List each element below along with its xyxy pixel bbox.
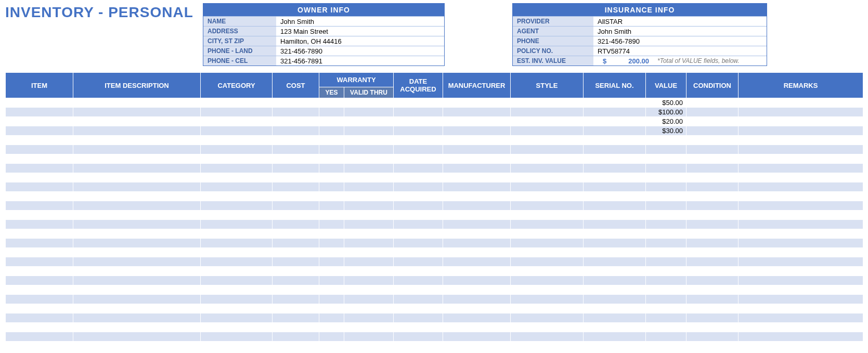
cell-serial[interactable]	[584, 192, 646, 201]
cell-cond[interactable]	[686, 229, 739, 239]
cell-remarks[interactable]	[739, 257, 863, 267]
table-row[interactable]	[6, 154, 863, 164]
cell-cost[interactable]	[273, 229, 319, 239]
table-row[interactable]: $20.00	[6, 117, 863, 126]
cell-category[interactable]	[201, 267, 273, 276]
table-row[interactable]	[6, 276, 863, 285]
cell-serial[interactable]	[584, 117, 646, 126]
cell-desc[interactable]	[73, 295, 201, 304]
cell-cost[interactable]	[273, 145, 319, 154]
cell-style[interactable]	[511, 229, 584, 239]
cell-style[interactable]	[511, 201, 584, 211]
cell-style[interactable]	[511, 257, 584, 267]
cell-category[interactable]	[201, 285, 273, 295]
cell-wthru[interactable]	[344, 211, 394, 220]
cell-style[interactable]	[511, 164, 584, 173]
cell-cond[interactable]	[686, 98, 739, 108]
cell-cost[interactable]	[273, 239, 319, 248]
cell-cond[interactable]	[686, 276, 739, 285]
cell-mfr[interactable]	[443, 211, 511, 220]
cell-value[interactable]	[646, 313, 686, 323]
cell-category[interactable]	[201, 173, 273, 182]
cell-date[interactable]	[394, 108, 443, 117]
table-row[interactable]	[6, 173, 863, 182]
cell-desc[interactable]	[73, 239, 201, 248]
cell-value[interactable]	[646, 154, 686, 164]
cell-wyes[interactable]	[319, 126, 344, 136]
cell-mfr[interactable]	[443, 248, 511, 257]
cell-mfr[interactable]	[443, 257, 511, 267]
cell-desc[interactable]	[73, 117, 201, 126]
cell-wyes[interactable]	[319, 267, 344, 276]
cell-style[interactable]	[511, 304, 584, 313]
table-row[interactable]	[6, 248, 863, 257]
cell-serial[interactable]	[584, 267, 646, 276]
cell-value[interactable]	[646, 276, 686, 285]
cell-category[interactable]	[201, 192, 273, 201]
cell-value[interactable]: $100.00	[646, 108, 686, 117]
cell-item[interactable]	[6, 304, 73, 313]
cell-value[interactable]	[646, 164, 686, 173]
cell-value[interactable]: $20.00	[646, 117, 686, 126]
cell-wyes[interactable]	[319, 108, 344, 117]
cell-date[interactable]	[394, 267, 443, 276]
cell-wyes[interactable]	[319, 248, 344, 257]
cell-category[interactable]	[201, 304, 273, 313]
cell-wthru[interactable]	[344, 154, 394, 164]
table-row[interactable]	[6, 182, 863, 192]
cell-category[interactable]	[201, 239, 273, 248]
cell-value[interactable]	[646, 295, 686, 304]
cell-style[interactable]	[511, 117, 584, 126]
cell-remarks[interactable]	[739, 108, 863, 117]
table-row[interactable]	[6, 192, 863, 201]
cell-mfr[interactable]	[443, 145, 511, 154]
cell-value[interactable]	[646, 220, 686, 229]
cell-desc[interactable]	[73, 164, 201, 173]
cell-category[interactable]	[201, 248, 273, 257]
cell-desc[interactable]	[73, 98, 201, 108]
cell-desc[interactable]	[73, 332, 201, 342]
cell-value[interactable]	[646, 332, 686, 342]
cell-mfr[interactable]	[443, 98, 511, 108]
cell-desc[interactable]	[73, 126, 201, 136]
cell-remarks[interactable]	[739, 220, 863, 229]
cell-style[interactable]	[511, 211, 584, 220]
cell-desc[interactable]	[73, 267, 201, 276]
cell-item[interactable]	[6, 332, 73, 342]
cell-wthru[interactable]	[344, 173, 394, 182]
owner-info-value[interactable]: Hamilton, OH 44416	[276, 36, 444, 46]
cell-wyes[interactable]	[319, 304, 344, 313]
cell-wyes[interactable]	[319, 192, 344, 201]
cell-cost[interactable]	[273, 108, 319, 117]
cell-mfr[interactable]	[443, 220, 511, 229]
cell-serial[interactable]	[584, 145, 646, 154]
cell-cond[interactable]	[686, 313, 739, 323]
table-row[interactable]	[6, 304, 863, 313]
cell-wthru[interactable]	[344, 182, 394, 192]
cell-wthru[interactable]	[344, 192, 394, 201]
cell-wthru[interactable]	[344, 285, 394, 295]
cell-remarks[interactable]	[739, 229, 863, 239]
cell-wyes[interactable]	[319, 154, 344, 164]
cell-wthru[interactable]	[344, 117, 394, 126]
cell-item[interactable]	[6, 126, 73, 136]
cell-item[interactable]	[6, 201, 73, 211]
cell-style[interactable]	[511, 192, 584, 201]
cell-serial[interactable]	[584, 295, 646, 304]
cell-item[interactable]	[6, 229, 73, 239]
cell-date[interactable]	[394, 211, 443, 220]
cell-value[interactable]	[646, 211, 686, 220]
cell-item[interactable]	[6, 267, 73, 276]
cell-category[interactable]	[201, 182, 273, 192]
cell-style[interactable]	[511, 126, 584, 136]
cell-value[interactable]: $30.00	[646, 126, 686, 136]
cell-category[interactable]	[201, 332, 273, 342]
cell-serial[interactable]	[584, 276, 646, 285]
cell-cost[interactable]	[273, 136, 319, 145]
cell-wyes[interactable]	[319, 182, 344, 192]
cell-remarks[interactable]	[739, 192, 863, 201]
cell-remarks[interactable]	[739, 211, 863, 220]
cell-desc[interactable]	[73, 229, 201, 239]
cell-item[interactable]	[6, 117, 73, 126]
cell-date[interactable]	[394, 304, 443, 313]
